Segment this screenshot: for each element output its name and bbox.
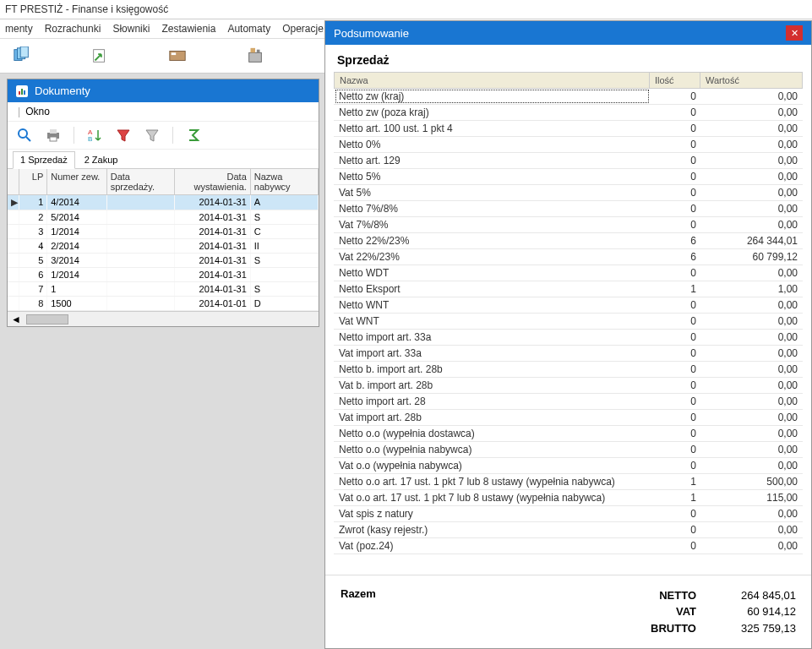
tab-2-zakup[interactable]: 2 Zakup [77, 151, 126, 168]
table-row[interactable]: 53/20142014-01-31S [8, 254, 319, 268]
brutto-value: 325 759,13 [711, 620, 796, 637]
menu-item-automaty[interactable]: Automaty [227, 23, 270, 35]
summary-row[interactable]: Netto art. 12900,00 [334, 153, 803, 169]
svg-rect-7 [251, 48, 256, 53]
summary-row[interactable]: Vat 22%/23%660 799,12 [334, 249, 803, 265]
summary-grid-header: Nazwa Ilość Wartość [334, 72, 803, 89]
summary-row[interactable]: Vat 5%00,00 [334, 185, 803, 201]
summary-row[interactable]: Netto zw (poza kraj)00,00 [334, 105, 803, 121]
vat-value: 60 914,12 [711, 603, 796, 620]
table-row[interactable]: 815002014-01-01D [8, 297, 319, 311]
summary-row[interactable]: Netto Eksport11,00 [334, 281, 803, 297]
menu-item-rozrachunki[interactable]: Rozrachunki [45, 23, 101, 35]
summary-row[interactable]: Netto 7%/8%00,00 [334, 201, 803, 217]
table-row[interactable]: 712014-01-31S [8, 282, 319, 297]
netto-label: NETTO [629, 587, 696, 604]
summary-row[interactable]: Vat import art. 28b00,00 [334, 410, 803, 426]
summary-row[interactable]: Netto WDT00,00 [334, 265, 803, 281]
summary-row[interactable]: Netto WNT00,00 [334, 297, 803, 314]
summary-row[interactable]: Vat o.o (wypełnia nabywca)00,00 [334, 458, 803, 474]
table-row[interactable]: 61/20142014-01-31 [8, 268, 319, 282]
totals: NETTO264 845,01 VAT60 914,12 BRUTTO325 7… [629, 587, 796, 637]
app-title: FT PRESTIŻ - Finanse i księgowość [0, 0, 812, 19]
documents-panel: Dokumenty |Okno AB 1 Sprzedaż2 Zakup LP … [7, 79, 319, 327]
summary-grid: Nazwa Ilość Wartość Netto zw (kraj)00,00… [325, 72, 811, 575]
okno-row: |Okno [8, 102, 319, 122]
sum-icon[interactable] [185, 127, 202, 144]
col-numer[interactable]: Numer zew. [47, 169, 106, 194]
netto-value: 264 845,01 [711, 587, 796, 604]
sort-icon[interactable]: AB [86, 127, 103, 144]
menu-item-operacje[interactable]: Operacje [282, 23, 324, 35]
menu-item-zestawienia[interactable]: Zestawienia [161, 23, 215, 35]
summary-title: Podsumowanie [334, 27, 409, 40]
razem-label: Razem [341, 587, 376, 600]
col-lp[interactable]: LP [19, 169, 47, 194]
summary-row[interactable]: Netto zw (kraj)00,00 [334, 89, 803, 105]
col-data-wystawienia[interactable]: Data wystawienia. [175, 169, 251, 194]
svg-rect-16 [50, 137, 57, 141]
svg-rect-2 [20, 46, 28, 57]
docs-grid: LP Numer zew. Data sprzedaży. Data wysta… [8, 169, 319, 311]
docs-tools: AB [8, 122, 319, 150]
toolbar-docs-icon[interactable] [8, 44, 35, 68]
summary-row[interactable]: Vat spis z natury00,00 [334, 506, 803, 522]
svg-text:B: B [88, 135, 92, 143]
svg-rect-8 [257, 50, 260, 53]
scrollbar-thumb[interactable] [26, 314, 68, 324]
summary-row[interactable]: Vat 7%/8%00,00 [334, 217, 803, 233]
summary-row[interactable]: Netto o.o art. 17 ust. 1 pkt 7 lub 8 ust… [334, 474, 803, 490]
close-button[interactable]: ✕ [786, 25, 803, 41]
col-data-sprzedazy[interactable]: Data sprzedaży. [107, 169, 175, 194]
col-nabywca[interactable]: Nazwa nabywcy [251, 169, 319, 194]
summary-titlebar: Podsumowanie ✕ [325, 21, 811, 45]
summary-row[interactable]: Netto o.o (wypełnia nabywca)00,00 [334, 442, 803, 458]
col-nazwa[interactable]: Nazwa [335, 73, 650, 88]
svg-rect-11 [24, 90, 25, 95]
svg-rect-5 [172, 52, 177, 55]
summary-row[interactable]: Vat o.o art. 17 ust. 1 pkt 7 lub 8 ustaw… [334, 490, 803, 506]
summary-row[interactable]: Netto art. 100 ust. 1 pkt 400,00 [334, 121, 803, 137]
svg-rect-4 [170, 52, 185, 61]
print-icon[interactable] [45, 127, 62, 144]
horizontal-scrollbar[interactable]: ◄ [8, 311, 319, 326]
scroll-left-icon[interactable]: ◄ [11, 314, 21, 325]
summary-panel: Podsumowanie ✕ Sprzedaż Nazwa Ilość Wart… [324, 20, 812, 649]
summary-row[interactable]: Netto 22%/23%6264 344,01 [334, 233, 803, 249]
svg-rect-10 [21, 89, 23, 95]
summary-row[interactable]: Netto import art. 2800,00 [334, 394, 803, 410]
okno-label[interactable]: Okno [25, 106, 50, 117]
table-row[interactable]: 31/20142014-01-31C [8, 225, 319, 239]
summary-row[interactable]: Netto 0%00,00 [334, 137, 803, 153]
summary-row[interactable]: Vat import art. 33a00,00 [334, 346, 803, 362]
search-icon[interactable] [16, 127, 33, 144]
svg-rect-6 [249, 52, 262, 62]
summary-footer: Razem NETTO264 845,01 VAT60 914,12 BRUTT… [325, 575, 811, 649]
summary-row[interactable]: Netto import art. 33a00,00 [334, 330, 803, 346]
summary-row[interactable]: Vat WNT00,00 [334, 314, 803, 330]
table-row[interactable]: 25/20142014-01-31S [8, 210, 319, 225]
brutto-label: BRUTTO [629, 620, 696, 637]
toolbar-card-icon[interactable] [164, 44, 191, 68]
table-row[interactable]: 42/20142014-01-31II [8, 239, 319, 254]
summary-row[interactable]: Netto 5%00,00 [334, 169, 803, 185]
summary-row[interactable]: Vat b. import art. 28b00,00 [334, 378, 803, 394]
toolbar-register-icon[interactable] [242, 44, 269, 68]
svg-rect-15 [50, 129, 57, 134]
col-wartosc[interactable]: Wartość [700, 73, 802, 88]
vat-label: VAT [629, 603, 696, 620]
tab-1-sprzedaż[interactable]: 1 Sprzedaż [13, 151, 75, 169]
docs-tabs: 1 Sprzedaż2 Zakup [8, 150, 319, 169]
svg-point-12 [19, 129, 27, 138]
summary-row[interactable]: Netto o.o (wypełnia dostawca)00,00 [334, 426, 803, 442]
menu-item-słowniki[interactable]: Słowniki [112, 23, 150, 35]
col-ilosc[interactable]: Ilość [650, 73, 700, 88]
table-row[interactable]: ▶14/20142014-01-31A [8, 195, 319, 210]
toolbar-import-icon[interactable] [86, 44, 113, 68]
filter-grey-icon[interactable] [144, 127, 161, 144]
summary-row[interactable]: Zwrot (kasy rejestr.)00,00 [334, 522, 803, 538]
summary-row[interactable]: Netto b. import art. 28b00,00 [334, 362, 803, 378]
menu-item-menty[interactable]: menty [5, 23, 33, 35]
summary-row[interactable]: Vat (poz.24)00,00 [334, 538, 803, 554]
filter-red-icon[interactable] [115, 127, 132, 144]
